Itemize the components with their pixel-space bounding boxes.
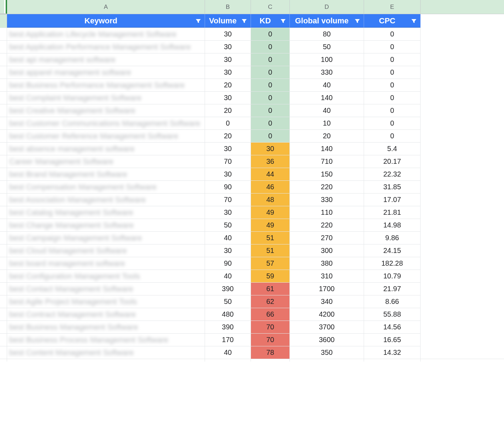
cell-kd[interactable]: 59 [251,270,290,282]
cell-volume[interactable]: 390 [205,282,251,295]
cell-kd[interactable]: 66 [251,308,290,321]
cell-kd[interactable]: 70 [251,321,290,333]
cell-global-volume[interactable]: 40 [290,79,364,91]
column-header-A[interactable]: A [7,0,205,14]
cell-global-volume[interactable]: 140 [290,91,364,104]
cell-volume[interactable]: 390 [205,321,251,333]
cell-global-volume[interactable]: 110 [290,206,364,219]
cell-kd[interactable]: 36 [251,155,290,168]
row-gutter[interactable] [0,14,7,28]
select-all-corner[interactable] [0,0,7,14]
cell-cpc[interactable]: 20.17 [364,155,421,168]
row-gutter[interactable] [0,231,7,244]
cell-global-volume[interactable]: 710 [290,155,364,168]
cell-keyword[interactable]: best Association Management Software [7,193,205,206]
row-gutter[interactable] [0,91,7,104]
cell-keyword[interactable]: best Complaint Management Software [7,91,205,104]
cell-global-volume[interactable]: 4200 [290,308,364,321]
cell-cpc[interactable]: 0 [364,53,421,66]
cell-global-volume[interactable]: 310 [290,270,364,282]
header-keyword[interactable]: Keyword [7,14,205,28]
header-global-volume[interactable]: Global volume [290,14,364,28]
cell-cpc[interactable]: 14.98 [364,219,421,231]
cell-kd[interactable]: 49 [251,219,290,231]
cell-cpc[interactable]: 5.4 [364,142,421,155]
filter-icon[interactable] [354,17,361,24]
cell-cpc[interactable]: 14.56 [364,321,421,333]
cell-keyword[interactable]: best Customer Communications Management … [7,117,205,129]
row-gutter[interactable] [0,180,7,193]
cell-cpc[interactable]: 0 [364,40,421,53]
cell-cpc[interactable]: 0 [364,117,421,129]
cell-cpc[interactable]: 182.28 [364,257,421,270]
cell-keyword[interactable]: best Agile Project Management Tools [7,295,205,308]
cell-cpc[interactable]: 0 [364,79,421,91]
row-gutter[interactable] [0,79,7,91]
row-gutter[interactable] [0,66,7,79]
filter-icon[interactable] [280,17,287,24]
cell-global-volume[interactable]: 270 [290,231,364,244]
cell-keyword[interactable]: best Cloud Management Software [7,244,205,257]
row-gutter[interactable] [0,219,7,231]
cell-volume[interactable]: 50 [205,219,251,231]
row-gutter[interactable] [0,346,7,359]
row-gutter[interactable] [0,333,7,346]
cell-cpc[interactable]: 21.97 [364,282,421,295]
cell-global-volume[interactable]: 330 [290,66,364,79]
cell-volume[interactable]: 70 [205,193,251,206]
cell-global-volume[interactable]: 3600 [290,333,364,346]
cell-volume[interactable]: 30 [205,244,251,257]
cell-cpc[interactable]: 22.32 [364,168,421,180]
cell-cpc[interactable]: 21.81 [364,206,421,219]
cell-volume[interactable]: 20 [205,104,251,117]
cell-volume[interactable]: 40 [205,231,251,244]
column-header-D[interactable]: D [290,0,364,14]
cell-volume[interactable]: 30 [205,53,251,66]
cell-volume[interactable]: 170 [205,333,251,346]
cell-kd[interactable]: 0 [251,79,290,91]
cell-kd[interactable]: 0 [251,40,290,53]
cell-volume[interactable]: 0 [205,117,251,129]
cell-keyword[interactable]: best Brand Management Software [7,168,205,180]
row-gutter[interactable] [0,244,7,257]
cell-global-volume[interactable]: 380 [290,257,364,270]
cell-global-volume[interactable]: 220 [290,219,364,231]
cell-kd[interactable]: 44 [251,168,290,180]
cell-global-volume[interactable]: 1700 [290,282,364,295]
cell-volume[interactable]: 30 [205,40,251,53]
cell-volume[interactable]: 20 [205,79,251,91]
row-gutter[interactable] [0,282,7,295]
filter-icon[interactable] [241,17,248,24]
cell-kd[interactable]: 48 [251,193,290,206]
cell-volume[interactable]: 90 [205,180,251,193]
cell-keyword[interactable]: best Business Process Management Softwar… [7,333,205,346]
cell-volume[interactable]: 90 [205,257,251,270]
header-volume[interactable]: Volume [205,14,251,28]
cell-cpc[interactable]: 31.85 [364,180,421,193]
cell-kd[interactable]: 0 [251,117,290,129]
row-gutter[interactable] [0,104,7,117]
cell-cpc[interactable]: 0 [364,66,421,79]
cell-keyword[interactable]: best Creative Management Software [7,104,205,117]
cell-global-volume[interactable]: 40 [290,104,364,117]
cell-keyword[interactable]: best Contract Management Software [7,308,205,321]
row-gutter[interactable] [0,206,7,219]
row-gutter[interactable] [0,53,7,66]
cell-volume[interactable]: 30 [205,168,251,180]
cell-keyword[interactable]: best board management software [7,257,205,270]
row-gutter[interactable] [0,142,7,155]
row-gutter[interactable] [0,257,7,270]
cell-volume[interactable]: 30 [205,206,251,219]
cell-global-volume[interactable]: 340 [290,295,364,308]
cell-cpc[interactable]: 9.86 [364,231,421,244]
cell-keyword[interactable]: best Application Performance Management … [7,40,205,53]
cell-kd[interactable]: 0 [251,91,290,104]
cell-keyword[interactable]: Career Management Software [7,155,205,168]
header-cpc[interactable]: CPC [364,14,421,28]
cell-global-volume[interactable]: 3700 [290,321,364,333]
cell-volume[interactable]: 40 [205,346,251,359]
cell-volume[interactable]: 30 [205,66,251,79]
row-gutter[interactable] [0,129,7,142]
cell-cpc[interactable]: 8.66 [364,295,421,308]
cell-cpc[interactable]: 17.07 [364,193,421,206]
